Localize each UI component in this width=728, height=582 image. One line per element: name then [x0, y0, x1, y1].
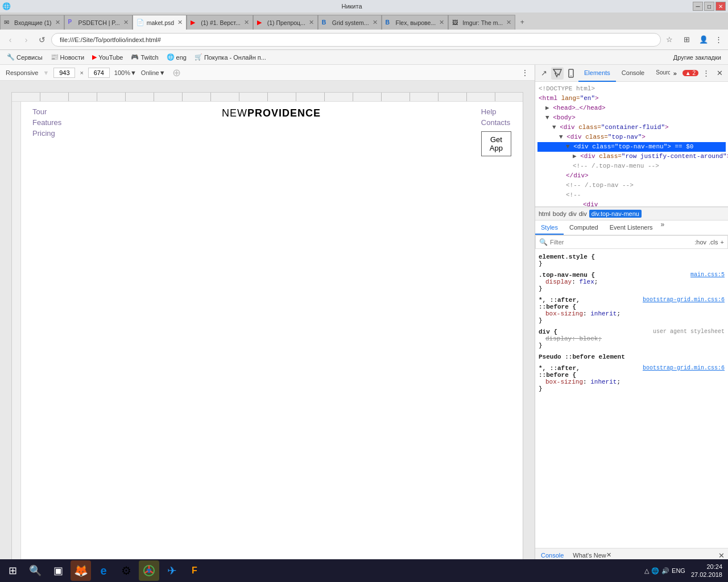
- profile-button[interactable]: 👤: [697, 34, 710, 46]
- site-get-app-button[interactable]: GetApp: [481, 131, 511, 156]
- html-div-content[interactable]: <div: [537, 200, 726, 207]
- tab-close-youtube2[interactable]: ✕: [309, 19, 314, 26]
- bookmark-twitch[interactable]: 🎮 Twitch: [127, 52, 162, 62]
- html-doctype[interactable]: <!DOCTYPE html>: [537, 84, 726, 94]
- filter-hov-btn[interactable]: :hov: [694, 239, 706, 246]
- tray-up-icon[interactable]: △: [644, 567, 649, 575]
- taskbar-edge[interactable]: e: [93, 560, 114, 581]
- back-button[interactable]: ‹: [3, 33, 17, 47]
- extensions-button[interactable]: ⊞: [678, 34, 695, 46]
- taskbar-chrome[interactable]: [139, 560, 159, 581]
- tab-close-psdetch[interactable]: ✕: [123, 19, 129, 26]
- tab-gmail[interactable]: ✉ Входящие (1) ✕: [0, 15, 64, 30]
- other-bookmarks[interactable]: Другие закладки: [670, 53, 725, 62]
- responsive-height-input[interactable]: [88, 68, 110, 78]
- reload-button[interactable]: ↺: [35, 33, 49, 47]
- start-button[interactable]: ⊞: [2, 560, 23, 581]
- tray-volume-icon[interactable]: 🔊: [661, 567, 669, 575]
- tab-youtube2[interactable]: ▶ (1) Препроц... ✕: [253, 15, 318, 30]
- new-tab-button[interactable]: +: [515, 15, 529, 30]
- filter-plus-btn[interactable]: +: [721, 239, 724, 246]
- maximize-button[interactable]: □: [704, 2, 714, 11]
- devtools-tab-elements[interactable]: Elements: [578, 65, 616, 82]
- bookmark-news[interactable]: 📰 Новости: [47, 52, 88, 62]
- taskbar-firefox[interactable]: 🦊: [71, 560, 91, 581]
- html-row[interactable]: ▶ <div class="row justify-content-around…: [537, 152, 726, 161]
- universal-source[interactable]: bootstrap-grid.min.css:6: [643, 297, 725, 310]
- breadcrumb-div1[interactable]: div: [569, 210, 577, 217]
- bookmark-eng[interactable]: 🌐 eng: [163, 52, 190, 62]
- html-container[interactable]: ▼ <div class="container-fluid">: [537, 123, 726, 132]
- html-body[interactable]: ▼ <body>: [537, 113, 726, 123]
- site-nav-features[interactable]: Features: [32, 118, 61, 127]
- tab-maket[interactable]: 📄 maket.psd ✕: [133, 15, 187, 30]
- styles-tab-computed[interactable]: Computed: [564, 221, 604, 235]
- tab-close-flex[interactable]: ✕: [439, 19, 444, 26]
- responsive-width-input[interactable]: [53, 68, 75, 78]
- taskbar-app6[interactable]: F: [184, 560, 205, 581]
- site-nav-help[interactable]: Help: [481, 107, 497, 116]
- tab-imgur[interactable]: 🖼 Imgur: The m... ✕: [448, 15, 515, 30]
- universal2-source[interactable]: bootstrap-grid.min.css:6: [643, 365, 725, 379]
- devtools-inspect-button[interactable]: [551, 67, 564, 80]
- taskbar-telegram[interactable]: ✈: [162, 560, 182, 581]
- tray-network-icon[interactable]: 🌐: [651, 567, 659, 575]
- styles-tab-eventlisteners[interactable]: Event Listeners: [604, 221, 659, 235]
- filter-input[interactable]: [550, 239, 692, 246]
- tab-psdetch[interactable]: P PSDETCH | P... ✕: [64, 15, 133, 30]
- breadcrumb-body[interactable]: body: [553, 210, 566, 217]
- devtools-tab-sources[interactable]: Sources: [650, 65, 669, 82]
- search-button[interactable]: 🔍: [25, 560, 46, 581]
- html-closediv1[interactable]: </div>: [537, 171, 726, 181]
- bookmark-services[interactable]: 🔧 Сервисы: [3, 52, 46, 62]
- address-bar[interactable]: file:///E:/Site/To/portfolio/indext.html…: [51, 33, 661, 47]
- filter-cls-btn[interactable]: .cls: [709, 239, 718, 246]
- tab-close-imgur[interactable]: ✕: [506, 19, 511, 26]
- tab-close-gmail[interactable]: ✕: [55, 19, 60, 26]
- html-head-collapsed[interactable]: ▶ <head>…</head>: [537, 103, 726, 113]
- devtools-close-button[interactable]: ✕: [713, 67, 726, 80]
- devtools-mobile-button[interactable]: [565, 67, 577, 80]
- site-nav-contacts[interactable]: Contacts: [481, 118, 510, 127]
- close-button[interactable]: ✕: [715, 2, 726, 11]
- styles-tab-styles[interactable]: Styles: [535, 221, 564, 235]
- html-comment1[interactable]: <!-- /.top-nav-menu -->: [537, 161, 726, 171]
- devtools-dock-button[interactable]: ↗: [537, 67, 550, 80]
- responsive-mode-select[interactable]: Responsive: [6, 69, 38, 76]
- tab-close-maket[interactable]: ✕: [177, 19, 183, 26]
- console-close-btn[interactable]: ✕: [718, 551, 725, 560]
- responsive-zoom-select[interactable]: 100%▼: [114, 69, 136, 76]
- tab-flex[interactable]: B Flex, вырове... ✕: [382, 15, 449, 30]
- breadcrumb-html[interactable]: html: [539, 210, 551, 217]
- menu-button[interactable]: ⋮: [712, 34, 725, 46]
- task-view-button[interactable]: ▣: [48, 560, 68, 581]
- minimize-button[interactable]: ─: [693, 2, 703, 11]
- breadcrumb-topnavmenu[interactable]: div.top-nav-menu: [589, 210, 642, 218]
- forward-button[interactable]: ›: [19, 33, 33, 47]
- star-button[interactable]: ☆: [663, 34, 676, 46]
- tab-close-gridsystem[interactable]: ✕: [373, 19, 378, 26]
- tab-youtube1[interactable]: ▶ (1) #1. Верст... ✕: [187, 15, 253, 30]
- html-comment2[interactable]: <!-- /.top-nav -->: [537, 181, 726, 190]
- devtools-settings-button[interactable]: ⋮: [700, 67, 712, 80]
- bookmark-shopping[interactable]: 🛒 Покупка - Онлайн п...: [191, 52, 270, 62]
- taskbar-settings[interactable]: ⚙: [116, 560, 136, 581]
- bookmark-youtube[interactable]: ▶ YouTube: [89, 52, 126, 62]
- breadcrumb-div2[interactable]: div: [579, 210, 587, 217]
- tab-close-youtube1[interactable]: ✕: [244, 19, 249, 26]
- topnavmenu-source[interactable]: main.css:5: [690, 272, 725, 278]
- tab-gridsystem[interactable]: B Grid system... ✕: [318, 15, 382, 30]
- site-nav-pricing[interactable]: Pricing: [32, 129, 61, 138]
- responsive-online-select[interactable]: Online▼: [141, 69, 166, 76]
- html-topnavmenu[interactable]: ▼ <div class="top-nav-menu"> == $0: [537, 142, 726, 152]
- site-nav-tour[interactable]: Tour: [32, 107, 61, 116]
- html-comment3[interactable]: <!--: [537, 190, 726, 200]
- html-topnav[interactable]: ▼ <div class="top-nav">: [537, 132, 726, 142]
- html-html[interactable]: <html lang="en">: [537, 94, 726, 103]
- styles-more-icon[interactable]: »: [661, 221, 665, 235]
- whatsnew-close-btn[interactable]: ✕: [606, 551, 611, 559]
- devtools-more-icon[interactable]: »: [671, 70, 679, 77]
- devtools-tab-console[interactable]: Console: [616, 65, 650, 82]
- bookmark-favicon-shopping: 🛒: [195, 53, 202, 61]
- resp-dots-menu[interactable]: ⋮: [521, 68, 529, 77]
